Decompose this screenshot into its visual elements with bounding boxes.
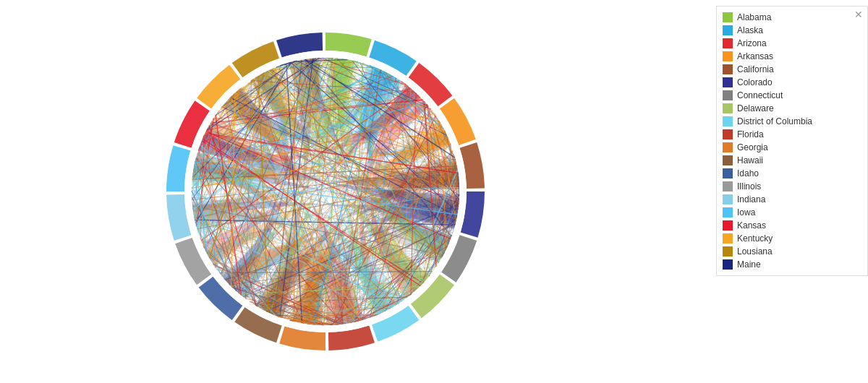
legend-swatch: [723, 51, 733, 61]
legend-label: Arkansas: [737, 51, 773, 61]
legend-item[interactable]: Indiana: [720, 193, 864, 206]
legend-item[interactable]: Lousiana: [720, 245, 864, 258]
legend-label: Hawaii: [737, 155, 763, 165]
legend-item[interactable]: California: [720, 63, 864, 76]
legend-label: Lousiana: [737, 246, 773, 257]
legend-items-container: AlabamaAlaskaArizonaArkansasCaliforniaCo…: [720, 11, 864, 271]
legend-item[interactable]: Alabama: [720, 11, 864, 24]
legend-swatch: [723, 25, 733, 35]
legend-item[interactable]: Delaware: [720, 102, 864, 115]
legend-item[interactable]: Kansas: [720, 219, 864, 232]
legend-label: Alaska: [737, 25, 763, 35]
legend-label: Connecticut: [737, 90, 783, 100]
legend-item[interactable]: Arizona: [720, 37, 864, 50]
legend-label: Idaho: [737, 168, 759, 178]
legend-label: Georgia: [737, 142, 768, 152]
legend-swatch: [723, 259, 733, 270]
legend-label: District of Columbia: [737, 116, 812, 126]
legend-label: Indiana: [737, 194, 765, 205]
chord-chart-area: [0, 0, 651, 383]
legend-label: Kansas: [737, 220, 766, 231]
legend-item[interactable]: Iowa: [720, 206, 864, 219]
legend-label: Maine: [737, 259, 761, 270]
legend-swatch: [723, 142, 733, 152]
legend-swatch: [723, 12, 733, 22]
legend-label: Florida: [737, 129, 764, 139]
legend-item[interactable]: District of Columbia: [720, 115, 864, 128]
legend-swatch: [723, 116, 733, 126]
legend-label: Delaware: [737, 103, 774, 113]
legend-item[interactable]: Arkansas: [720, 50, 864, 63]
legend-item[interactable]: Kentucky: [720, 232, 864, 245]
legend-swatch: [723, 155, 733, 165]
legend-panel: ✕ AlabamaAlaskaArizonaArkansasCalifornia…: [716, 6, 868, 276]
legend-label: Alabama: [737, 12, 771, 22]
legend-item[interactable]: Maine: [720, 258, 864, 271]
legend-label: California: [737, 64, 774, 74]
legend-swatch: [723, 90, 733, 100]
legend-item[interactable]: Illinois: [720, 180, 864, 193]
legend-label: Illinois: [737, 181, 761, 192]
legend-swatch: [723, 77, 733, 87]
legend-swatch: [723, 220, 733, 231]
legend-swatch: [723, 103, 733, 113]
legend-item[interactable]: Alaska: [720, 24, 864, 37]
legend-swatch: [723, 246, 733, 257]
legend-item[interactable]: Colorado: [720, 76, 864, 89]
legend-item[interactable]: Idaho: [720, 167, 864, 180]
legend-label: Arizona: [737, 38, 767, 48]
legend-label: Iowa: [737, 207, 755, 218]
legend-label: Colorado: [737, 77, 773, 87]
close-icon[interactable]: ✕: [854, 9, 863, 20]
legend-item[interactable]: Hawaii: [720, 154, 864, 167]
legend-swatch: [723, 38, 733, 48]
legend-swatch: [723, 233, 733, 244]
legend-swatch: [723, 64, 733, 74]
legend-item[interactable]: Georgia: [720, 141, 864, 154]
legend-swatch: [723, 168, 733, 178]
legend-item[interactable]: Florida: [720, 128, 864, 141]
legend-label: Kentucky: [737, 233, 773, 244]
legend-swatch: [723, 194, 733, 205]
legend-swatch: [723, 181, 733, 192]
legend-swatch: [723, 129, 733, 139]
legend-item[interactable]: Connecticut: [720, 89, 864, 102]
legend-swatch: [723, 207, 733, 218]
